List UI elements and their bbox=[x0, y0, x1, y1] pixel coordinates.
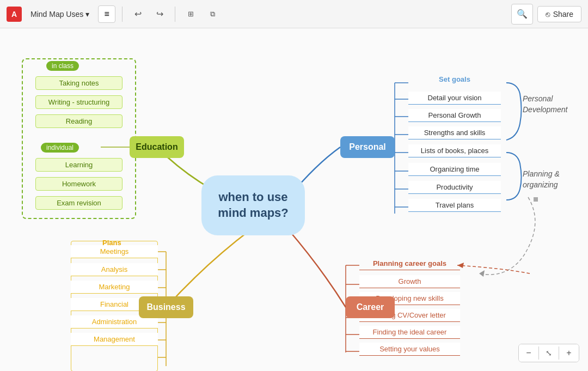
personal-item-travel-plans[interactable]: Travel plans bbox=[408, 199, 501, 212]
personal-item-personal-growth[interactable]: Personal Growth bbox=[408, 109, 501, 122]
career-item-growth[interactable]: Growth bbox=[359, 275, 460, 288]
search-button[interactable]: 🔍 bbox=[511, 4, 533, 25]
divider bbox=[175, 7, 175, 22]
personal-item-books-places[interactable]: Lists of books, places bbox=[408, 144, 501, 157]
edu-item-writing[interactable]: Writing - structuring bbox=[35, 95, 122, 109]
career-item-planning-goals[interactable]: Planning career goals bbox=[359, 257, 460, 270]
center-node[interactable]: when to usemind maps? bbox=[201, 175, 305, 235]
personal-dev-label: PersonalDevelopment bbox=[523, 94, 568, 115]
personal-item-detail-vision[interactable]: Detail your vision bbox=[408, 92, 501, 105]
planning-label: Planning &organizing bbox=[523, 169, 560, 190]
personal-item-organizing-time[interactable]: Organizing time bbox=[408, 163, 501, 176]
personal-node[interactable]: Personal bbox=[340, 136, 395, 158]
fit-icon: ⤡ bbox=[546, 349, 552, 357]
minus-icon: − bbox=[526, 348, 531, 358]
business-plans-label: Plans bbox=[102, 239, 121, 247]
undo-button[interactable]: ↩ bbox=[129, 5, 146, 23]
mind-map-canvas: when to usemind maps? in class Taking no… bbox=[0, 28, 588, 371]
biz-item-analysis[interactable]: Analysis bbox=[71, 263, 158, 276]
career-item-values[interactable]: Setting your values bbox=[359, 343, 460, 356]
edu-item-homework[interactable]: Homework bbox=[35, 177, 122, 191]
zoom-fit-button[interactable]: ⤡ bbox=[539, 344, 559, 362]
planning-indicator bbox=[534, 197, 538, 202]
duplicate-button[interactable]: ⧉ bbox=[204, 5, 221, 23]
edu-item-learning[interactable]: Learning bbox=[35, 158, 122, 172]
edu-item-taking-notes[interactable]: Taking notes bbox=[35, 76, 122, 90]
edu-individual-label: individual bbox=[41, 143, 79, 153]
hamburger-icon: ≡ bbox=[105, 9, 109, 19]
menu-button[interactable]: ≡ bbox=[98, 5, 115, 23]
plus-icon: + bbox=[566, 348, 571, 358]
biz-item-management[interactable]: Management bbox=[71, 333, 158, 346]
business-node[interactable]: Business bbox=[139, 296, 193, 318]
share-label: Share bbox=[553, 10, 573, 19]
svg-marker-10 bbox=[479, 270, 485, 277]
zoom-out-button[interactable]: − bbox=[519, 344, 538, 362]
share-icon: ⎋ bbox=[546, 10, 550, 19]
career-item-ideal-career[interactable]: Finding the ideal career bbox=[359, 326, 460, 339]
share-button[interactable]: ⎋ Share bbox=[537, 6, 581, 22]
personal-item-productivity[interactable]: Productivity bbox=[408, 181, 501, 194]
edu-item-exam[interactable]: Exam revision bbox=[35, 196, 122, 210]
search-icon: 🔍 bbox=[517, 9, 528, 19]
header: A Mind Map Uses ▾ ≡ ↩ ↪ ⊞ ⧉ 🔍 ⎋ Share bbox=[0, 0, 588, 28]
frame-button[interactable]: ⊞ bbox=[182, 5, 199, 23]
education-node[interactable]: Education bbox=[130, 136, 184, 158]
center-node-text: when to usemind maps? bbox=[218, 190, 289, 221]
redo-button[interactable]: ↪ bbox=[151, 5, 168, 23]
header-right: 🔍 ⎋ Share bbox=[511, 4, 581, 25]
edu-in-class-label: in class bbox=[46, 61, 79, 71]
zoom-in-button[interactable]: + bbox=[559, 344, 579, 362]
chevron-down-icon: ▾ bbox=[85, 10, 89, 19]
biz-item-marketing[interactable]: Marketing bbox=[71, 281, 158, 294]
edu-item-reading[interactable]: Reading bbox=[35, 114, 122, 128]
career-node[interactable]: Career bbox=[346, 296, 395, 318]
app-logo: A bbox=[7, 7, 22, 22]
biz-item-meetings[interactable]: Meetings bbox=[71, 245, 158, 258]
zoom-controls: − ⤡ + bbox=[518, 344, 579, 362]
personal-item-strengths[interactable]: Strengths and skills bbox=[408, 126, 501, 139]
personal-item-set-goals[interactable]: Set goals bbox=[408, 75, 501, 83]
document-title: Mind Map Uses bbox=[30, 10, 83, 19]
divider bbox=[122, 7, 122, 22]
title-button[interactable]: Mind Map Uses ▾ bbox=[26, 8, 94, 21]
